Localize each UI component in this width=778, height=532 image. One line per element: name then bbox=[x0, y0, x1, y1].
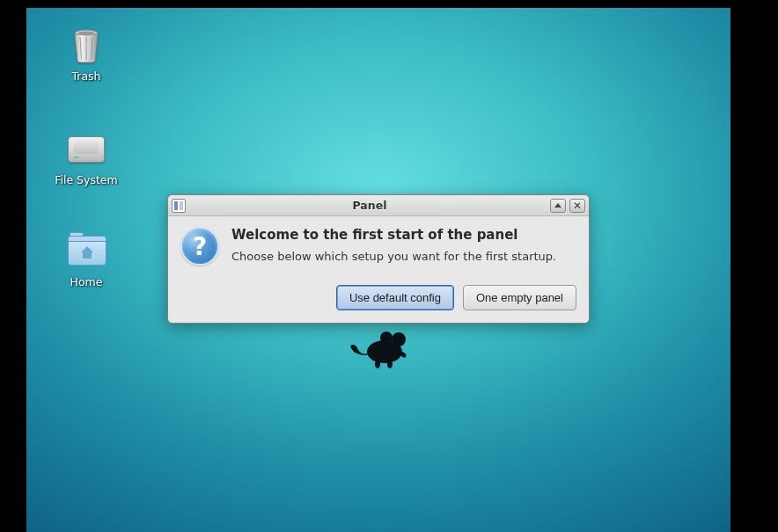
dialog-titlebar[interactable]: Panel ✕ bbox=[168, 195, 589, 216]
dialog-heading: Welcome to the first start of the panel bbox=[231, 227, 556, 243]
folder-home-icon bbox=[68, 233, 105, 270]
panel-icon bbox=[172, 199, 186, 213]
svg-point-6 bbox=[392, 332, 406, 346]
svg-point-9 bbox=[387, 360, 393, 368]
svg-point-7 bbox=[380, 332, 393, 344]
trash-icon bbox=[68, 27, 105, 64]
dialog-title: Panel bbox=[189, 199, 550, 212]
use-default-config-button[interactable]: Use default config bbox=[336, 285, 454, 310]
desktop-icon-filesystem[interactable]: File System bbox=[42, 131, 130, 186]
desktop-icon-home[interactable]: Home bbox=[42, 233, 130, 288]
desktop-icon-trash[interactable]: Trash bbox=[42, 27, 130, 83]
desktop-icon-label: Home bbox=[42, 275, 130, 288]
desktop-icon-label: Trash bbox=[42, 69, 130, 83]
desktop[interactable]: Trash File System Home bbox=[26, 8, 730, 532]
xfce-mouse-icon bbox=[348, 329, 411, 373]
disk-icon bbox=[68, 131, 105, 168]
one-empty-panel-button[interactable]: One empty panel bbox=[463, 285, 576, 310]
desktop-icon-label: File System bbox=[42, 173, 130, 186]
svg-point-8 bbox=[375, 360, 380, 368]
question-icon: ? bbox=[180, 227, 219, 266]
svg-point-4 bbox=[77, 31, 95, 35]
dialog-message: Choose below which setup you want for th… bbox=[231, 250, 556, 263]
dialog-body: ? Welcome to the first start of the pane… bbox=[168, 216, 589, 323]
rollup-button[interactable] bbox=[550, 199, 566, 213]
panel-dialog: Panel ✕ ? Welcome to the first start of … bbox=[167, 194, 590, 324]
close-button[interactable]: ✕ bbox=[569, 199, 585, 213]
